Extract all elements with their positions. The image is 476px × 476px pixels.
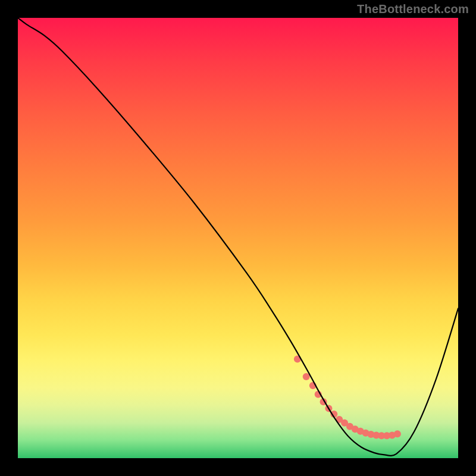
- plot-area: [18, 18, 458, 458]
- bottleneck-curve: [18, 18, 458, 456]
- watermark-text: TheBottleneck.com: [357, 2, 469, 16]
- valley-dots-group: [294, 356, 401, 440]
- curve-svg: [18, 18, 458, 458]
- chart-frame: TheBottleneck.com: [0, 0, 476, 476]
- valley-dot: [303, 373, 310, 380]
- valley-dot: [394, 430, 401, 437]
